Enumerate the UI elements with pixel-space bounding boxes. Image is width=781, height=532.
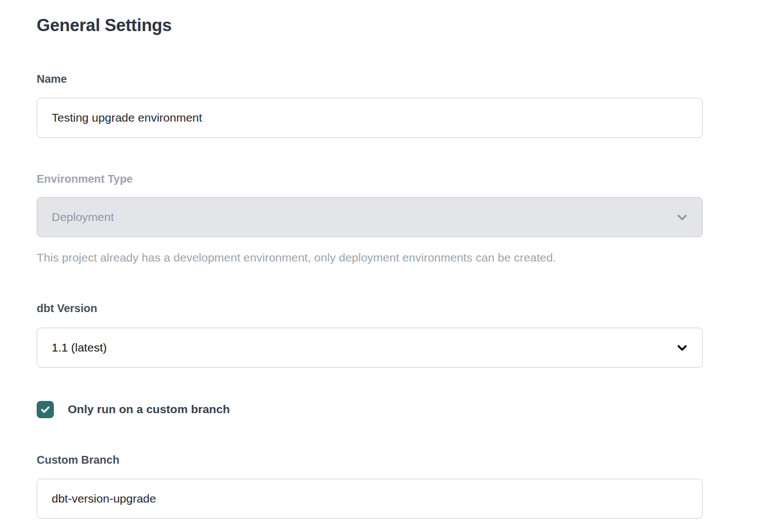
dbt-version-value: 1.1 (latest) (52, 341, 107, 354)
dbt-version-select[interactable]: 1.1 (latest) (37, 328, 703, 368)
custom-branch-label: Custom Branch (37, 453, 703, 466)
checkmark-icon (40, 404, 51, 415)
environment-type-label: Environment Type (37, 172, 703, 185)
page-title: General Settings (37, 14, 703, 37)
environment-type-select: Deployment (37, 197, 703, 237)
custom-branch-checkbox[interactable] (37, 401, 54, 418)
name-label: Name (37, 72, 703, 86)
dbt-version-label: dbt Version (37, 302, 703, 315)
environment-type-value: Deployment (52, 210, 114, 224)
custom-branch-toggle-label[interactable]: Only run on a custom branch (68, 400, 230, 418)
custom-branch-input[interactable] (37, 479, 703, 519)
custom-branch-toggle-row: Only run on a custom branch (37, 400, 703, 418)
name-input[interactable] (37, 98, 703, 138)
chevron-down-icon (674, 209, 690, 225)
general-settings-page: General Settings Name Environment Type D… (0, 0, 781, 532)
chevron-down-icon (674, 340, 690, 355)
environment-type-help-text: This project already has a development e… (37, 250, 703, 265)
